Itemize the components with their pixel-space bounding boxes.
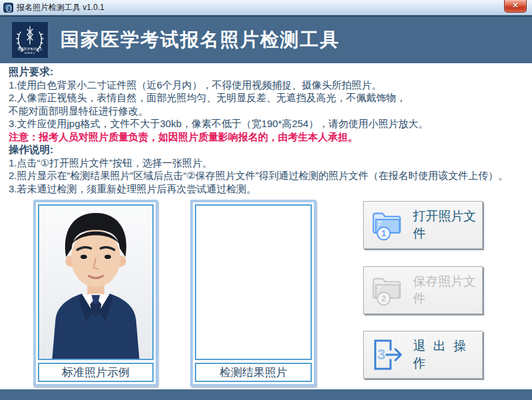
svg-text:2: 2: [381, 294, 386, 303]
close-button[interactable]: ✕: [504, 0, 527, 13]
requirement-line: 3.文件应使用jpg格式，文件不大于30kb，像素不低于（宽190*高254），…: [9, 117, 527, 130]
svg-text:3: 3: [377, 346, 385, 363]
result-photo-frame: 检测结果照片: [190, 200, 317, 387]
window-title: 报名照片检测工具 v1.0.1: [17, 2, 104, 13]
sample-photo-label: 标准照片示例: [38, 363, 154, 382]
requirement-line: 不能对面部明显特征进行修改。: [9, 104, 527, 118]
svg-text:N M E C: N M E C: [25, 51, 35, 55]
exit-button-label: 退 出 操 作: [413, 337, 482, 372]
header-banner: 国家医学考试中心 N M E C 国家医学考试报名照片检测工具: [0, 15, 532, 63]
app-window: 报名照片检测工具 v1.0.1 ✕ 国家医学考试中心 N M E C 国家医学考…: [0, 0, 532, 400]
instruction-line: 1.点击“①打开照片文件”按钮，选择一张照片。: [9, 156, 527, 170]
requirement-line: 2.人像需正视镜头，表情自然，面部光照均匀、无明显反差、无遮挡及高光，不佩戴饰物…: [9, 91, 527, 104]
result-photo-label: 检测结果照片: [195, 363, 312, 382]
titlebar[interactable]: 报名照片检测工具 v1.0.1: [0, 0, 532, 15]
sample-photo: [38, 204, 154, 360]
instructions-heading: 操作说明:: [9, 143, 527, 156]
instruction-line: 3.若未通过检测，须重新处理照片后再次尝试通过检测。: [9, 182, 527, 196]
svg-text:1: 1: [381, 228, 386, 238]
sample-portrait-image: [39, 206, 152, 359]
exit-button[interactable]: 3 退 出 操 作: [363, 331, 483, 379]
sample-photo-frame: 标准照片示例: [33, 200, 158, 387]
warning-note: 注意：报考人员对照片质量负责，如因照片质量影响报名的，由考生本人承担。: [9, 130, 527, 144]
save-photo-button[interactable]: 2 保存照片文件: [363, 266, 483, 314]
requirements-heading: 照片要求:: [9, 65, 527, 79]
result-photo-area: [195, 204, 312, 360]
app-icon: [3, 3, 13, 13]
save-folder-icon: 2: [370, 273, 405, 307]
close-icon: ✕: [512, 1, 519, 10]
open-folder-icon: 1: [370, 208, 405, 242]
instruction-text-block: 照片要求: 1.使用白色背景小二寸证件照（近6个月内），不得使用视频捕捉、摄像头…: [9, 65, 527, 195]
instruction-line: 2.照片显示在“检测结果照片”区域后点击“②保存照片文件”得到通过检测的照片文件…: [9, 169, 527, 182]
open-photo-button-label: 打开照片文件: [413, 208, 482, 242]
save-photo-button-label: 保存照片文件: [413, 273, 482, 307]
nmec-logo: 国家医学考试中心 N M E C: [11, 21, 49, 59]
requirement-line: 1.使用白色背景小二寸证件照（近6个月内），不得使用视频捕捉、摄像头所拍照片。: [9, 79, 527, 92]
page-title: 国家医学考试报名照片检测工具: [61, 27, 340, 53]
exit-arrow-icon: 3: [370, 337, 405, 373]
open-photo-button[interactable]: 1 打开照片文件: [363, 201, 483, 249]
status-bar: [0, 389, 532, 400]
nmec-emblem-icon: 国家医学考试中心 N M E C: [13, 23, 47, 57]
